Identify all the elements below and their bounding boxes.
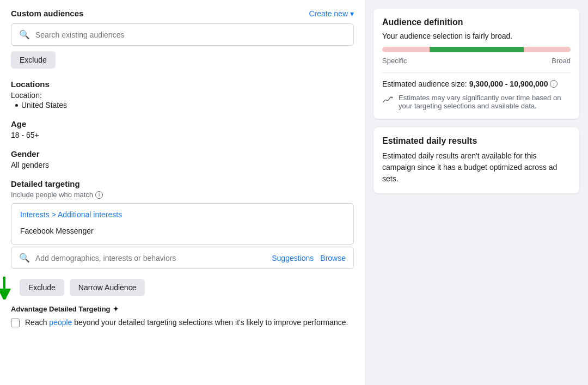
custom-audiences-header: Custom audiences Create new ▾ bbox=[11, 9, 354, 18]
search-icon: 🔍 bbox=[19, 29, 30, 40]
gender-section: Gender All genders bbox=[11, 149, 354, 169]
chevron-down-icon: ▾ bbox=[350, 9, 354, 18]
estimates-note: Estimates may vary significantly over ti… bbox=[399, 94, 571, 110]
audience-actions: Exclude Narrow Audience bbox=[11, 279, 354, 296]
location-text: United States bbox=[21, 101, 67, 109]
exclude-button[interactable]: Exclude bbox=[11, 51, 56, 69]
location-sub-label: Location: bbox=[11, 91, 354, 100]
audience-size-value: 9,300,000 - 10,900,000 bbox=[469, 80, 548, 88]
audience-definition-title: Audience definition bbox=[382, 17, 571, 27]
browse-link[interactable]: Browse bbox=[320, 254, 346, 262]
age-section: Age 18 - 65+ bbox=[11, 119, 354, 139]
meter-left bbox=[382, 47, 430, 52]
include-text: Include people who match bbox=[11, 191, 93, 199]
custom-audiences-title: Custom audiences bbox=[11, 9, 83, 18]
breadcrumb-separator: > bbox=[52, 210, 58, 219]
arrow-container: Exclude bbox=[11, 279, 64, 296]
size-info-icon[interactable]: i bbox=[550, 80, 558, 88]
breadcrumb-interests-link[interactable]: Interests bbox=[20, 210, 50, 219]
locations-section: Locations Location: United States bbox=[11, 80, 354, 109]
info-icon[interactable]: i bbox=[95, 191, 103, 199]
include-label: Include people who match i bbox=[11, 191, 354, 199]
age-title: Age bbox=[11, 119, 354, 129]
breadcrumb-additional-link[interactable]: Additional interests bbox=[58, 210, 122, 219]
right-panel: Audience definition Your audience select… bbox=[365, 0, 588, 385]
interest-item: Facebook Messenger bbox=[20, 224, 345, 237]
left-panel: Custom audiences Create new ▾ 🔍 Exclude … bbox=[0, 0, 365, 385]
age-value: 18 - 65+ bbox=[11, 131, 354, 139]
location-value: United States bbox=[11, 101, 354, 109]
advantage-section: Advantage Detailed Targeting ✦ Reach peo… bbox=[11, 305, 354, 328]
bullet-icon bbox=[15, 104, 18, 107]
search-audiences-input[interactable] bbox=[35, 30, 346, 39]
daily-results-title: Estimated daily results bbox=[382, 136, 571, 146]
create-new-label: Create new bbox=[309, 9, 348, 18]
green-arrow-icon bbox=[0, 276, 14, 300]
targeting-links: Suggestions Browse bbox=[272, 254, 346, 262]
daily-results-card: Estimated daily results Estimated daily … bbox=[373, 127, 579, 193]
advantage-text-before: Reach bbox=[25, 318, 49, 327]
advantage-title: Advantage Detailed Targeting bbox=[11, 305, 111, 313]
breadcrumb: Interests > Additional interests bbox=[20, 210, 345, 219]
detailed-targeting-section: Detailed targeting Include people who ma… bbox=[11, 179, 354, 269]
locations-title: Locations bbox=[11, 80, 354, 89]
advantage-spark-icon: ✦ bbox=[113, 305, 119, 313]
search-audiences-box: 🔍 bbox=[11, 23, 354, 46]
exclude-action-button[interactable]: Exclude bbox=[20, 279, 64, 296]
audience-meter bbox=[382, 47, 571, 52]
audience-desc: Your audience selection is fairly broad. bbox=[382, 32, 571, 40]
advantage-checkbox[interactable] bbox=[11, 319, 20, 327]
label-broad: Broad bbox=[552, 57, 571, 65]
add-targeting-box: 🔍 Suggestions Browse bbox=[11, 247, 354, 269]
meter-right bbox=[524, 47, 571, 52]
detailed-targeting-title: Detailed targeting bbox=[11, 179, 354, 188]
estimates-icon bbox=[382, 95, 393, 108]
advantage-people-link[interactable]: people bbox=[49, 318, 72, 327]
audience-size-label: Estimated audience size: bbox=[382, 80, 467, 88]
audience-definition-card: Audience definition Your audience select… bbox=[373, 9, 579, 119]
gender-title: Gender bbox=[11, 149, 354, 158]
advantage-header: Advantage Detailed Targeting ✦ bbox=[11, 305, 354, 313]
add-targeting-input[interactable] bbox=[35, 254, 266, 262]
advantage-label: Reach people beyond your detailed target… bbox=[25, 317, 348, 328]
gender-value: All genders bbox=[11, 161, 354, 169]
add-search-icon: 🔍 bbox=[19, 253, 30, 263]
suggestions-link[interactable]: Suggestions bbox=[272, 254, 314, 262]
meter-green bbox=[430, 47, 524, 52]
svg-point-2 bbox=[391, 97, 393, 99]
progress-labels: Specific Broad bbox=[382, 57, 571, 65]
daily-results-desc: Estimated daily results aren't available… bbox=[382, 150, 571, 185]
create-new-button[interactable]: Create new ▾ bbox=[309, 9, 354, 18]
divider bbox=[382, 72, 571, 73]
narrow-audience-button[interactable]: Narrow Audience bbox=[70, 279, 145, 296]
advantage-checkbox-row: Reach people beyond your detailed target… bbox=[11, 317, 354, 328]
estimates-row: Estimates may vary significantly over ti… bbox=[382, 94, 571, 110]
label-specific: Specific bbox=[382, 57, 407, 65]
targeting-interests-box: Interests > Additional interests Faceboo… bbox=[11, 203, 354, 245]
advantage-text-after: beyond your detailed targeting selection… bbox=[72, 318, 348, 327]
audience-size: Estimated audience size: 9,300,000 - 10,… bbox=[382, 80, 571, 88]
